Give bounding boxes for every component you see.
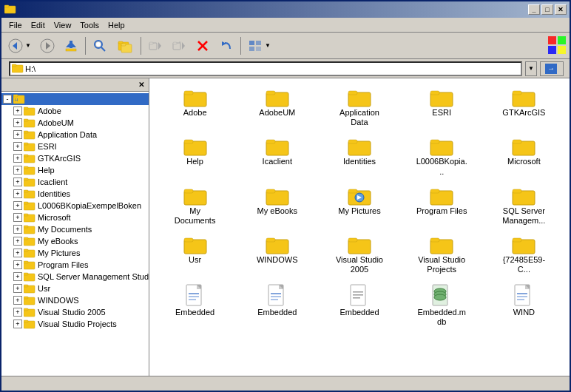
file-item[interactable]: Help [155, 133, 234, 179]
menu-help[interactable]: Help [104, 19, 129, 31]
address-input[interactable] [25, 64, 519, 73]
tree-item[interactable]: +Identities [1, 188, 149, 200]
file-item[interactable]: Visual Studio 2005 [320, 232, 399, 277]
tree-item[interactable]: +Visual Studio 2005 [1, 306, 149, 318]
tree-item[interactable]: +Program Files [1, 259, 149, 271]
move-button[interactable] [144, 36, 166, 56]
svg-rect-100 [266, 189, 275, 193]
tree-expand-btn[interactable]: + [13, 189, 22, 198]
tree-expand-btn[interactable]: + [13, 178, 22, 186]
file-item[interactable]: SQL Server Managem... [484, 183, 564, 229]
tree-item[interactable]: +WINDOWS [1, 294, 149, 306]
tree-item[interactable]: +ESRI [1, 141, 149, 152]
tree-expand-btn[interactable]: + [13, 130, 22, 139]
up-button[interactable] [60, 36, 82, 56]
file-item[interactable]: Identities [320, 133, 399, 179]
tree-item[interactable]: +AdobeUM [1, 117, 149, 129]
file-item[interactable]: WIND [484, 281, 564, 330]
file-item[interactable]: Application Data [320, 84, 399, 130]
tree-item[interactable]: +L0006BKopiaExempelBoken [1, 200, 149, 212]
tree-expand-btn[interactable]: + [13, 225, 22, 234]
close-button[interactable]: ✕ [555, 4, 567, 15]
tree-expand-btn[interactable]: + [13, 166, 22, 175]
file-item[interactable]: My Pictures [320, 183, 399, 229]
file-item[interactable]: GTKArcGIS [484, 84, 564, 130]
svg-rect-26 [249, 41, 254, 45]
tree-expand-btn[interactable]: + [13, 154, 22, 163]
folders-button[interactable] [114, 36, 138, 56]
tree-expand-btn[interactable]: + [13, 284, 22, 293]
file-item[interactable]: AdobeUM [237, 84, 317, 130]
tree-folder-icon [24, 271, 36, 282]
tree-item-root[interactable]: - H [1, 93, 149, 105]
views-button[interactable]: ▼ [244, 36, 274, 56]
file-item[interactable]: Embedded.mdb [402, 281, 482, 330]
tree-item[interactable]: +Microsoft [1, 212, 149, 223]
file-item[interactable]: Program Files [402, 183, 482, 229]
menu-tools[interactable]: Tools [75, 19, 104, 31]
tree-expand-btn[interactable]: + [13, 107, 22, 115]
file-item[interactable]: Visual Studio Projects [402, 232, 482, 277]
tree-item[interactable]: +Visual Studio Projects [1, 318, 149, 330]
tree-expand-btn[interactable]: + [13, 296, 22, 305]
tree-expand-btn[interactable]: + [13, 260, 22, 269]
file-item[interactable]: My Documents [155, 183, 234, 229]
minimize-button[interactable]: _ [528, 4, 540, 15]
menu-file[interactable]: File [4, 19, 27, 31]
tree-item[interactable]: +Application Data [1, 129, 149, 141]
tree-expand-btn[interactable]: + [13, 249, 22, 257]
tree-item[interactable]: +Usr [1, 283, 149, 294]
delete-button[interactable] [192, 36, 214, 56]
tree-item[interactable]: +My eBooks [1, 235, 149, 247]
forward-button[interactable] [36, 36, 58, 56]
file-item[interactable]: WINDOWS [237, 232, 317, 277]
tree-expand-btn[interactable]: + [13, 320, 22, 328]
file-folder-icon [512, 186, 535, 206]
tree-item[interactable]: +My Pictures [1, 247, 149, 259]
tree-expand-btn[interactable]: + [13, 142, 22, 151]
menu-edit[interactable]: Edit [27, 19, 50, 31]
file-item[interactable]: Embedded [320, 281, 399, 330]
file-item[interactable]: My eBooks [237, 183, 317, 229]
tree-item[interactable]: +Icaclient [1, 176, 149, 188]
tree-expand-btn[interactable]: + [13, 213, 22, 222]
tree-expand-root[interactable]: - [3, 95, 12, 104]
tree-item[interactable]: +Help [1, 164, 149, 176]
tree-folder-icon [24, 248, 36, 258]
tree-expand-btn[interactable]: + [13, 308, 22, 317]
svg-rect-121 [189, 293, 199, 294]
back-button[interactable]: ▼ [4, 36, 35, 56]
tree-item-label: Adobe [38, 107, 61, 115]
tree-expand-btn[interactable]: + [13, 118, 22, 127]
tree-item[interactable]: +Adobe [1, 105, 149, 117]
address-folder-icon [12, 63, 24, 75]
file-item[interactable]: Embedded [237, 281, 317, 330]
file-item[interactable]: Adobe [155, 84, 234, 130]
search-button[interactable] [89, 36, 112, 56]
file-item[interactable]: Embedded [155, 281, 234, 330]
delete-icon [195, 38, 210, 53]
file-item[interactable]: {72485E59-C... [484, 232, 564, 277]
file-folder-icon [348, 87, 371, 108]
file-item[interactable]: Microsoft [484, 133, 564, 179]
menu-view[interactable]: View [50, 19, 76, 31]
tree-expand-btn[interactable]: + [13, 237, 22, 246]
file-item[interactable]: Usr [155, 232, 234, 277]
go-button[interactable]: → [540, 61, 564, 76]
file-folder-icon [348, 234, 371, 255]
tree-item[interactable]: +GTKArcGIS [1, 152, 149, 164]
svg-rect-52 [24, 178, 28, 180]
tree-item[interactable]: +SQL Server Management Studio [1, 271, 149, 283]
folders-close-button[interactable]: ✕ [138, 81, 144, 89]
file-item[interactable]: L0006BKopia... [402, 133, 482, 179]
undo-button[interactable] [215, 36, 237, 56]
tree-item[interactable]: +My Documents [1, 223, 149, 235]
file-item[interactable]: Icaclient [237, 133, 317, 179]
svg-rect-40 [24, 107, 28, 109]
file-item[interactable]: ESRI [402, 84, 482, 130]
address-dropdown-button[interactable]: ▼ [525, 61, 537, 76]
tree-expand-btn[interactable]: + [13, 272, 22, 281]
copy-button[interactable] [168, 36, 190, 56]
maximize-button[interactable]: □ [541, 4, 553, 15]
tree-expand-btn[interactable]: + [13, 201, 22, 210]
